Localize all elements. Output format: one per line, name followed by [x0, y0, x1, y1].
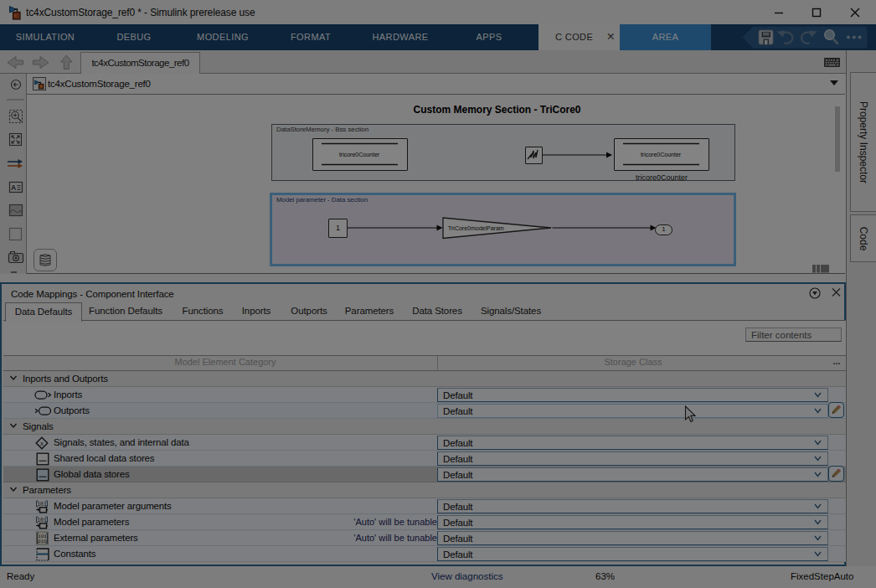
svg-text:x: x: [39, 439, 44, 447]
svg-text:101: 101: [37, 518, 47, 524]
svg-text:tricore0Counter: tricore0Counter: [339, 152, 380, 157]
svg-text:A: A: [11, 183, 16, 192]
svg-text:101: 101: [37, 502, 47, 508]
svg-text:tricore0Counter: tricore0Counter: [641, 152, 682, 157]
svg-text:TriCore0modelParam: TriCore0modelParam: [448, 225, 504, 231]
svg-text:010: 010: [38, 539, 47, 544]
